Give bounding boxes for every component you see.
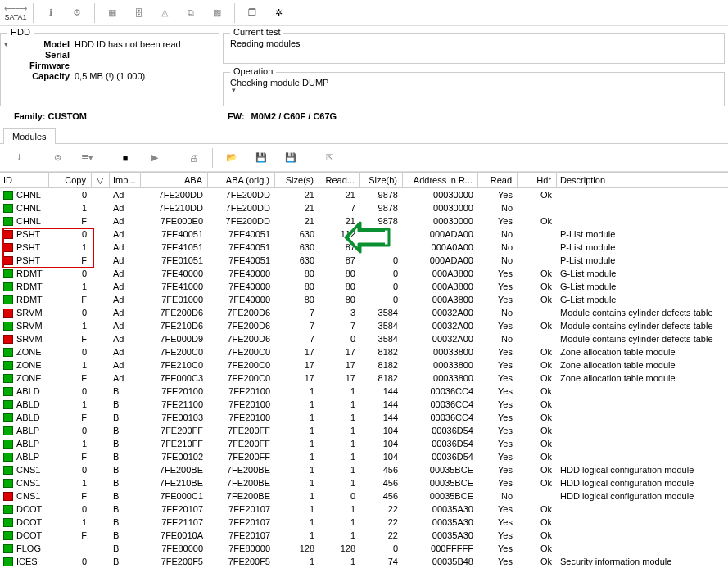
- table-row[interactable]: ABLP0B7FE200FF7FE200FF1110400036D54YesOk: [0, 424, 728, 437]
- cell-tri: [92, 450, 110, 463]
- tool-b-icon[interactable]: ⧉: [179, 2, 203, 25]
- cell-sizeb: 104: [360, 437, 403, 450]
- play-icon[interactable]: ▶: [141, 147, 169, 169]
- col-id[interactable]: ID: [0, 173, 49, 187]
- cell-id: ABLP: [16, 439, 39, 449]
- col-imp[interactable]: Imp...: [110, 173, 141, 187]
- cell-tri: [92, 437, 110, 450]
- col-abao[interactable]: ABA (orig.): [208, 173, 275, 187]
- toolbar-separator: [310, 148, 310, 168]
- cell-imp: Ad: [110, 293, 141, 306]
- col-desc[interactable]: Description: [557, 173, 728, 187]
- table-row[interactable]: FLOGB7FE800007FE800001281280000FFFFFYesO…: [0, 542, 728, 555]
- cell-desc: [557, 437, 728, 450]
- info-icon[interactable]: ℹ: [38, 2, 63, 25]
- col-hdr[interactable]: Hdr: [518, 173, 557, 187]
- table-row[interactable]: RDMT1Ad7FE410007FE4000080800000A3800YesO…: [0, 280, 728, 293]
- table-row[interactable]: ABLP1B7FE210FF7FE200FF1110400036D54YesOk: [0, 437, 728, 450]
- col-sort[interactable]: ▽: [92, 173, 110, 187]
- cell-sizeb: 456: [360, 476, 403, 489]
- grid-icon[interactable]: ▩: [205, 2, 229, 25]
- table-row[interactable]: DCOT0B7FE201077FE20107112200035A30YesOk: [0, 503, 728, 516]
- table-row[interactable]: PSHTFAd7FE010517FE40051630870000ADA00NoP…: [0, 254, 728, 267]
- windows-icon[interactable]: ❐: [240, 2, 265, 25]
- cell-id: PSHT: [16, 255, 40, 265]
- status-icon: [3, 217, 13, 226]
- cell-imp: Ad: [110, 254, 141, 267]
- table-row[interactable]: ABLPFB7FE001027FE200FF1110400036D54YesOk: [0, 450, 728, 463]
- list-icon[interactable]: ≣▾: [73, 147, 101, 169]
- cell-hdr: Ok: [518, 450, 557, 463]
- col-sizeb[interactable]: Size(b): [360, 173, 403, 187]
- firmware-label: Firmware: [7, 61, 75, 70]
- chip-icon[interactable]: ▦: [100, 2, 124, 25]
- table-row[interactable]: PSHT0Ad7FE400517FE40051630112000ADA00NoP…: [0, 228, 728, 241]
- table-row[interactable]: CNS11B7FE210BE7FE200BE1145600035BCEYesOk…: [0, 476, 728, 489]
- collapse-icon[interactable]: ▾: [4, 40, 8, 48]
- col-read[interactable]: Read...: [319, 173, 360, 187]
- cell-sizes: 1: [275, 529, 319, 542]
- save-icon[interactable]: 💾: [247, 147, 275, 169]
- table-row[interactable]: DCOTFB7FE0010A7FE20107112200035A30YesOk: [0, 529, 728, 542]
- tab-modules[interactable]: Modules: [3, 128, 56, 144]
- cell-sizeb: 456: [360, 463, 403, 476]
- table-row[interactable]: ZONEFAd7FE000C37FE200C01717818200033800Y…: [0, 372, 728, 385]
- drive-selector[interactable]: ⟵⟶ SATA1: [3, 2, 28, 25]
- open-icon[interactable]: 📂: [218, 147, 246, 169]
- table-row[interactable]: SRVM1Ad7FE210D67FE200D677358400032A00Yes…: [0, 319, 728, 332]
- table-row[interactable]: CHNL0Ad7FE200DD7FE200DD2121987800030000Y…: [0, 188, 728, 201]
- cell-aba: 7FE000D9: [141, 332, 208, 345]
- disk-icon[interactable]: ⊜: [43, 147, 71, 169]
- cell-imp: Ad: [110, 267, 141, 280]
- cell-aba: 7FE00102: [141, 450, 208, 463]
- table-row[interactable]: CNS1FB7FE000C17FE200BE1045600035BCENoHDD…: [0, 489, 728, 503]
- cell-tri: [92, 267, 110, 280]
- cell-copy: 0: [49, 424, 92, 437]
- table-row[interactable]: RDMTFAd7FE010007FE4000080800000A3800YesO…: [0, 293, 728, 306]
- col-rd[interactable]: Read: [478, 173, 518, 187]
- settings-icon[interactable]: ⚙: [65, 2, 89, 25]
- run-icon[interactable]: ✲: [266, 2, 291, 25]
- tool-a-icon[interactable]: ◬: [152, 2, 177, 25]
- table-row[interactable]: ABLD0B7FE201007FE201001114400036CC4YesOk: [0, 385, 728, 398]
- table-row[interactable]: CNS10B7FE200BE7FE200BE1145600035BCEYesOk…: [0, 463, 728, 476]
- database-icon[interactable]: 🗄: [126, 2, 151, 25]
- drive-port-label: SATA1: [4, 13, 27, 21]
- print-icon[interactable]: 🖨: [179, 147, 207, 169]
- cell-hdr: Ok: [518, 214, 557, 228]
- cell-rd: Yes: [478, 188, 518, 201]
- cell-hdr: Ok: [518, 385, 557, 398]
- table-row[interactable]: SRVM0Ad7FE200D67FE200D673358400032A00NoM…: [0, 306, 728, 319]
- table-row[interactable]: CHNLFAd7FE000E07FE200DD2121987800030000Y…: [0, 214, 728, 228]
- cell-desc: Security information module: [557, 555, 728, 568]
- cell-sizeb: 74: [360, 555, 403, 568]
- table-row[interactable]: ZONE0Ad7FE200C07FE200C01717818200033800Y…: [0, 345, 728, 358]
- table-row[interactable]: ABLD1B7FE211007FE201001114400036CC4YesOk: [0, 398, 728, 411]
- cell-desc: [557, 529, 728, 542]
- table-row[interactable]: CHNL1Ad7FE210DD7FE200DD217987800030000No: [0, 201, 728, 214]
- table-row[interactable]: ZONE1Ad7FE210C07FE200C01717818200033800Y…: [0, 358, 728, 372]
- table-row[interactable]: RDMT0Ad7FE400007FE4000080800000A3800YesO…: [0, 267, 728, 280]
- table-row[interactable]: ICES0B7FE200F57FE200F5117400035B48YesOkS…: [0, 555, 728, 568]
- cell-copy: F: [49, 254, 92, 267]
- toolbar-separator: [33, 3, 34, 23]
- cell-addr: 00035A30: [403, 503, 478, 516]
- import-icon[interactable]: ⤓: [5, 147, 33, 169]
- save-as-icon[interactable]: 💾: [277, 147, 305, 169]
- status-icon: [3, 374, 13, 383]
- cell-addr: 000A0A00: [403, 241, 478, 254]
- table-row[interactable]: DCOT1B7FE211077FE20107112200035A30YesOk: [0, 516, 728, 529]
- col-addr[interactable]: Address in R...: [403, 173, 478, 187]
- table-row[interactable]: PSHT1Ad7FE410517FE4005163087000A0A00NoP-…: [0, 241, 728, 254]
- stop-icon[interactable]: ■: [111, 147, 139, 169]
- cell-imp: B: [110, 450, 141, 463]
- cell-imp: Ad: [110, 201, 141, 214]
- export-icon[interactable]: ⇱: [315, 147, 343, 169]
- col-aba[interactable]: ABA: [141, 173, 208, 187]
- col-copy[interactable]: Copy: [49, 173, 92, 187]
- col-sizes[interactable]: Size(s): [275, 173, 319, 187]
- cell-desc: [557, 385, 728, 398]
- table-row[interactable]: ABLDFB7FE001037FE201001114400036CC4YesOk: [0, 411, 728, 424]
- table-row[interactable]: SRVMFAd7FE000D97FE200D670358400032A00NoM…: [0, 332, 728, 345]
- cell-addr: 00033800: [403, 358, 478, 372]
